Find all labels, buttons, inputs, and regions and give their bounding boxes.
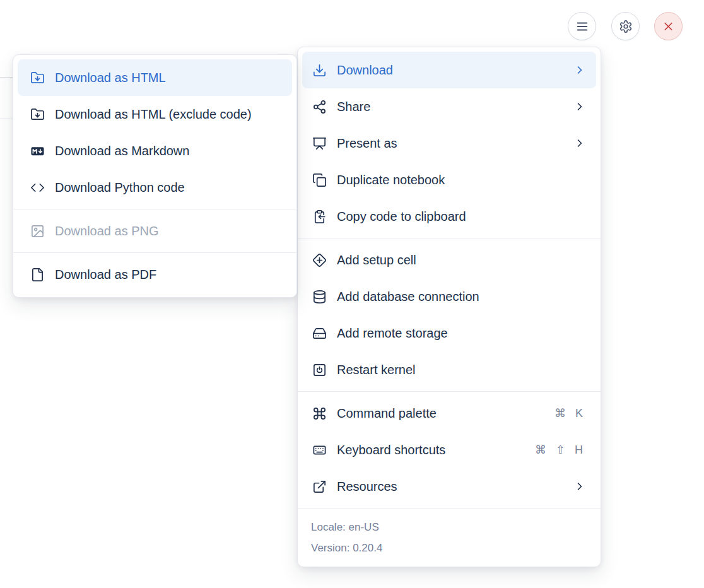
settings-button[interactable] [611,12,640,40]
menu-footer: Locale: en-US Version: 0.20.4 [302,512,596,562]
menu-item-share[interactable]: Share [302,88,596,125]
file-icon [30,268,45,282]
menu-separator [13,209,296,209]
locale-text: Locale: en-US [311,517,587,538]
external-link-icon [312,479,327,494]
menu-item-label: Present as [337,136,563,151]
keyboard-shortcut-hint: ⌘ K [554,406,586,420]
menu-item-label: Duplicate notebook [337,173,586,187]
menu-item-download-as-png[interactable]: Download as PNG [18,213,292,249]
download-submenu: Download as HTML Download as HTML (exclu… [13,54,297,298]
menu-item-label: Keyboard shortcuts [337,443,525,457]
menu-item-label: Add database connection [337,290,586,304]
menu-item-label: Restart kernel [337,363,586,377]
hamburger-icon [575,20,589,33]
menu-item-copy-code[interactable]: Copy code to clipboard [302,198,596,235]
menu-item-label: Add setup cell [337,253,586,268]
menu-item-add-setup-cell[interactable]: Add setup cell [302,242,596,278]
database-icon [312,290,327,304]
menu-item-label: Download as PNG [55,224,279,238]
close-icon [662,20,675,33]
presentation-icon [312,136,327,151]
menu-item-command-palette[interactable]: Command palette ⌘ K [302,395,596,432]
menu-item-label: Download [337,63,563,78]
close-button[interactable] [654,12,683,40]
square-power-icon [312,363,327,377]
menu-item-download-python-code[interactable]: Download Python code [18,169,292,206]
menu-item-download-as-html[interactable]: Download as HTML [18,59,292,96]
version-text: Version: 0.20.4 [311,538,587,558]
download-icon [312,63,327,78]
menu-item-label: Download as HTML [55,71,279,85]
share-icon [312,100,327,114]
code-icon [30,180,45,195]
command-icon [312,406,327,421]
background-edge-line [0,77,13,78]
menu-item-restart-kernel[interactable]: Restart kernel [302,351,596,388]
menu-item-label: Download as Markdown [55,144,279,158]
menu-item-label: Add remote storage [337,326,586,341]
menu-item-label: Command palette [337,406,544,421]
menu-separator [13,252,296,253]
menu-item-duplicate-notebook[interactable]: Duplicate notebook [302,162,596,198]
menu-item-label: Download as PDF [55,268,279,282]
chevron-right-icon [573,480,586,493]
gear-icon [619,20,633,33]
chevron-right-icon [573,137,586,150]
menu-item-download-as-html-exclude-code[interactable]: Download as HTML (exclude code) [18,96,292,132]
hard-drive-icon [312,326,327,341]
menu-item-add-remote-storage[interactable]: Add remote storage [302,315,596,351]
background-edge-line [0,119,13,119]
menu-separator [298,238,601,238]
menu-item-add-database-connection[interactable]: Add database connection [302,278,596,315]
menu-item-resources[interactable]: Resources [302,468,596,505]
chevron-right-icon [573,64,586,76]
notebook-menu: Download Share Present as Duplicate note… [297,47,601,567]
image-icon [30,224,45,238]
menu-item-present-as[interactable]: Present as [302,125,596,162]
menu-item-label: Copy code to clipboard [337,209,586,224]
diamond-plus-icon [312,253,327,268]
folder-down-icon [30,107,45,122]
menu-separator [298,391,601,392]
folder-down-icon [30,71,45,85]
keyboard-shortcut-hint: ⌘ ⇧ H [535,443,586,457]
copy-icon [312,173,327,187]
markdown-icon [30,144,45,158]
menu-separator [298,508,601,509]
menu-item-download[interactable]: Download [302,52,596,88]
menu-item-keyboard-shortcuts[interactable]: Keyboard shortcuts ⌘ ⇧ H [302,432,596,468]
menu-item-label: Download Python code [55,180,279,195]
clipboard-arrow-icon [312,209,327,224]
menu-item-label: Resources [337,479,563,494]
menu-item-download-as-pdf[interactable]: Download as PDF [18,256,292,293]
menu-item-label: Share [337,100,563,114]
menu-item-download-as-markdown[interactable]: Download as Markdown [18,132,292,169]
hamburger-menu-button[interactable] [568,12,596,40]
keyboard-icon [312,443,327,457]
chevron-right-icon [573,100,586,113]
menu-item-label: Download as HTML (exclude code) [55,107,279,122]
